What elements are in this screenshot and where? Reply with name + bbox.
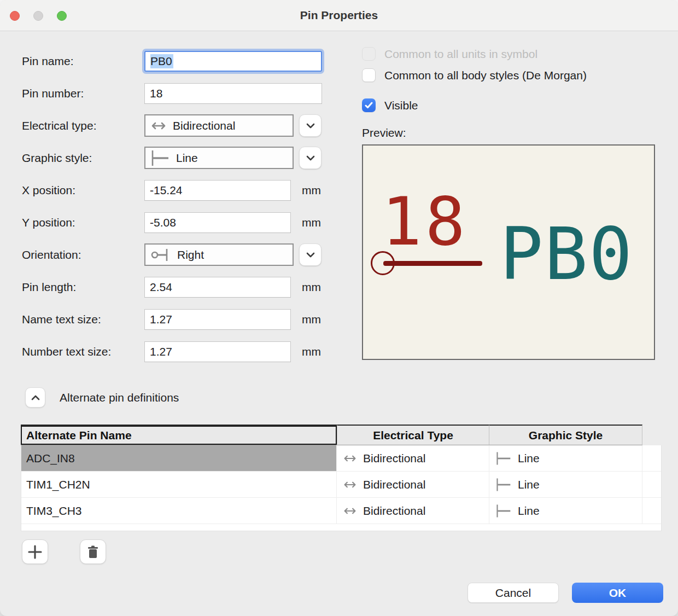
table-row[interactable]: ADC_IN8 Bidirectional Line — [21, 445, 661, 472]
table-empty-strip — [21, 524, 661, 531]
electrical-type-cell[interactable]: Bidirectional — [337, 498, 489, 524]
number-text-size-input[interactable] — [144, 341, 291, 362]
chevron-down-icon — [306, 155, 315, 161]
table-row[interactable]: TIM1_CH2N Bidirectional Line — [21, 472, 661, 498]
number-text-size-unit: mm — [302, 345, 321, 358]
chevron-up-icon — [31, 395, 40, 400]
visible-row: Visible — [362, 98, 663, 112]
chevron-down-icon — [306, 123, 315, 129]
preview-label: Preview: — [362, 126, 663, 140]
y-position-input[interactable] — [144, 212, 291, 233]
cancel-button[interactable]: Cancel — [467, 583, 559, 603]
bidirectional-arrow-icon — [343, 507, 356, 515]
alternate-section-title: Alternate pin definitions — [60, 391, 179, 404]
alternate-pin-name-cell[interactable]: ADC_IN8 — [21, 445, 337, 471]
pin-name-input[interactable]: PB0 — [144, 51, 322, 72]
pin-name-row: Pin name: PB0 — [22, 45, 355, 77]
table-actions — [22, 539, 662, 564]
pin-orientation-right-icon — [151, 247, 171, 263]
name-text-size-row: Name text size: mm — [22, 303, 355, 335]
graphic-style-value: Line — [176, 152, 198, 165]
electrical-type-cell[interactable]: Bidirectional — [337, 445, 489, 471]
table-row[interactable]: TIM3_CH3 Bidirectional Line — [21, 498, 661, 524]
alternate-pin-name-cell[interactable]: TIM1_CH2N — [21, 472, 337, 497]
x-position-label: X position: — [22, 184, 144, 197]
column-header-electrical-type[interactable]: Electrical Type — [337, 425, 489, 445]
pin-name-selected-text: PB0 — [150, 54, 173, 68]
graphic-style-combo[interactable]: Line — [144, 147, 294, 169]
graphic-style-value: Line — [518, 504, 540, 518]
common-units-label: Common to all units in symbol — [384, 48, 537, 61]
preview-pin-number: 18 — [382, 188, 469, 255]
pin-length-row: Pin length: mm — [22, 271, 355, 303]
close-window-button[interactable] — [10, 11, 20, 21]
alternate-table-body: ADC_IN8 Bidirectional Line TIM1_CH2N Bid… — [21, 445, 662, 531]
column-header-graphic-style[interactable]: Graphic Style — [489, 425, 642, 445]
graphic-style-cell[interactable]: Line — [489, 498, 642, 524]
zoom-window-button[interactable] — [57, 11, 67, 21]
ok-button[interactable]: OK — [572, 583, 663, 603]
plus-icon — [28, 545, 42, 559]
electrical-type-cell[interactable]: Bidirectional — [337, 472, 489, 497]
number-text-size-label: Number text size: — [22, 345, 144, 358]
alternate-pin-name: TIM3_CH3 — [26, 504, 82, 518]
name-text-size-unit: mm — [302, 313, 321, 326]
electrical-type-dropdown-button[interactable] — [299, 114, 322, 137]
pin-length-input[interactable] — [144, 277, 291, 298]
pin-form: Pin name: PB0 Pin number: Electrical typ… — [22, 45, 355, 368]
electrical-type-value: Bidirectional — [363, 452, 425, 465]
x-position-row: X position: mm — [22, 174, 355, 206]
add-alternate-pin-button[interactable] — [22, 539, 48, 564]
window-controls — [10, 11, 67, 21]
pin-length-unit: mm — [302, 281, 321, 294]
electrical-type-value: Bidirectional — [363, 478, 425, 491]
alternate-pin-name: TIM1_CH2N — [26, 478, 90, 491]
dialog-title: Pin Properties — [300, 9, 378, 22]
pin-number-input[interactable] — [144, 83, 322, 104]
common-body-styles-label: Common to all body styles (De Morgan) — [384, 69, 587, 82]
titlebar: Pin Properties — [0, 0, 678, 31]
table-header: Alternate Pin Name Electrical Type Graph… — [21, 425, 662, 445]
alternate-pin-name: ADC_IN8 — [26, 452, 75, 465]
electrical-type-combo[interactable]: Bidirectional — [144, 114, 294, 137]
common-body-styles-checkbox[interactable] — [362, 68, 376, 82]
line-style-icon — [496, 478, 511, 492]
chevron-down-icon — [306, 252, 315, 258]
orientation-row: Orientation: Right — [22, 239, 355, 271]
pin-name-label: Pin name: — [22, 55, 144, 68]
graphic-style-dropdown-button[interactable] — [299, 147, 322, 169]
graphic-style-cell[interactable]: Line — [489, 472, 642, 497]
y-position-unit: mm — [302, 216, 321, 229]
y-position-row: Y position: mm — [22, 206, 355, 239]
graphic-style-label: Graphic style: — [22, 152, 144, 165]
number-text-size-row: Number text size: mm — [22, 335, 355, 368]
line-style-icon — [496, 504, 511, 518]
trash-icon — [87, 545, 99, 559]
alternate-pin-name-cell[interactable]: TIM3_CH3 — [21, 498, 337, 524]
line-style-icon — [496, 451, 511, 466]
bidirectional-arrow-icon — [343, 455, 356, 462]
common-units-checkbox — [362, 47, 376, 61]
alternate-pins-table: Alternate Pin Name Electrical Type Graph… — [21, 425, 662, 531]
name-text-size-input[interactable] — [144, 309, 291, 330]
name-text-size-label: Name text size: — [22, 313, 144, 326]
electrical-type-label: Electrical type: — [22, 119, 144, 132]
x-position-input[interactable] — [144, 180, 291, 201]
pin-length-label: Pin length: — [22, 281, 144, 294]
visible-checkbox[interactable] — [362, 98, 376, 112]
column-header-alternate-pin-name[interactable]: Alternate Pin Name — [21, 425, 337, 445]
delete-alternate-pin-button[interactable] — [80, 539, 106, 564]
pin-line — [383, 261, 482, 266]
y-position-label: Y position: — [22, 216, 144, 229]
bidirectional-arrow-icon — [343, 481, 356, 489]
orientation-combo[interactable]: Right — [144, 243, 294, 266]
x-position-unit: mm — [302, 184, 321, 197]
graphic-style-value: Line — [518, 478, 540, 491]
dialog-footer: Cancel OK — [467, 583, 663, 603]
graphic-style-cell[interactable]: Line — [489, 445, 642, 471]
collapse-section-button[interactable] — [25, 387, 45, 408]
checkmark-icon — [365, 102, 373, 109]
orientation-dropdown-button[interactable] — [299, 243, 322, 266]
alternate-pin-definitions-section: Alternate pin definitions Alternate Pin … — [21, 387, 662, 564]
alternate-section-header: Alternate pin definitions — [25, 387, 662, 408]
